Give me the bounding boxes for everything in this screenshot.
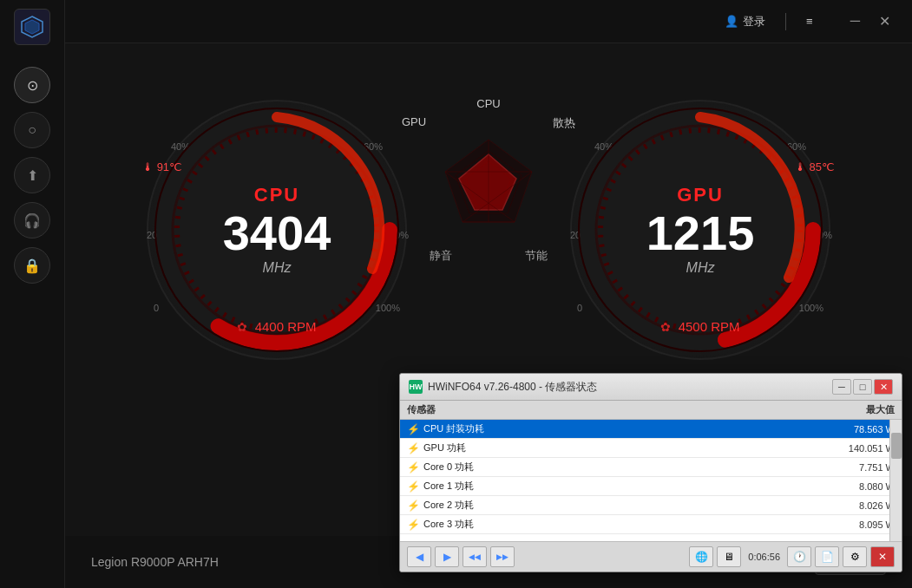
hwinfo-minimize-btn[interactable]: ─ [832,379,851,395]
hwinfo-table-row[interactable]: ⚡GPU 功耗140.051 W [400,439,902,458]
sidebar-item-security[interactable]: 🔒 [14,247,50,284]
row-sensor-name: Core 1 功耗 [423,480,808,493]
row-lightning-icon: ⚡ [407,423,419,435]
row-lightning-icon: ⚡ [407,500,419,512]
speedometer-icon: ⊙ [27,77,38,94]
gpu-label: GPU [646,184,755,206]
forward-icon: ▶ [443,551,451,563]
mode-labels: 静音 节能 [393,248,584,264]
cpu-label: CPU [223,184,331,206]
hwinfo-globe-btn[interactable]: 🌐 [689,546,713,567]
hwinfo-content: ⚡CPU 封装功耗78.563 W⚡GPU 功耗140.051 W⚡Core 0… [400,420,902,541]
sidebar-item-dashboard[interactable]: ⊙ [14,67,50,103]
gpu-temp-icon: 🌡 [795,160,806,173]
sidebar: ⊙ ○ ⬆ 🎧 🔒 [0,0,65,588]
login-button[interactable]: 👤 登录 [718,10,772,33]
row-max-value: 78.563 W [808,424,895,434]
lightning-icon: ⚡ [407,500,420,512]
hwinfo-skip-back-btn[interactable]: ◀◀ [463,546,487,567]
lock-icon: 🔒 [23,258,41,274]
gpu-temp: 🌡 85℃ [795,160,835,173]
titlebar-actions: 👤 登录 ≡ ─ ✕ [718,10,895,33]
hwinfo-table-row[interactable]: ⚡CPU 封装功耗78.563 W [400,420,902,439]
hwinfo-network-btn[interactable]: 🖥 [717,546,741,567]
hwinfo-settings-btn[interactable]: ⚙ [843,546,867,567]
row-max-value: 8.095 W [808,519,895,530]
row-sensor-name: Core 3 功耗 [423,518,808,531]
sidebar-item-monitor[interactable]: ○ [14,112,50,148]
row-lightning-icon: ⚡ [407,442,419,454]
upload-icon: ⬆ [27,167,38,184]
skip-back-icon: ◀◀ [469,552,481,561]
cpu-unit: MHz [223,260,331,276]
x-icon: ✕ [878,551,887,563]
hwinfo-scrollbar[interactable] [889,420,902,541]
hwinfo-scroll-thumb[interactable] [891,433,902,459]
hwinfo-column-headers: 传感器 最大值 [400,401,902,420]
cpu-gauge-center: CPU 3404 MHz [223,184,331,276]
cpu-gauge: 0 20% 40% 60% 80% 100% [138,91,416,369]
hwinfo-skip-forward-btn[interactable]: ▶▶ [490,546,515,567]
lightning-icon: ⚡ [407,442,420,454]
hwinfo-forward-btn[interactable]: ▶ [435,546,459,567]
lightning-icon: ⚡ [407,423,420,435]
app-logo [14,9,50,45]
hwinfo-clock-btn[interactable]: 🕐 [787,546,811,567]
center-cpu-label: CPU [476,97,500,110]
hwinfo-close-btn[interactable]: ✕ [874,379,893,395]
titlebar: 👤 登录 ≡ ─ ✕ [65,0,912,43]
hwinfo-log-btn[interactable]: 📄 [815,546,839,567]
row-sensor-name: Core 2 功耗 [423,499,808,512]
sidebar-item-upload[interactable]: ⬆ [14,157,50,193]
login-label: 登录 [743,14,765,29]
hwinfo-title-left: HW HWiNFO64 v7.26-4800 - 传感器状态 [409,380,597,395]
menu-button[interactable]: ≡ [799,11,820,31]
hwinfo-close-action-btn[interactable]: ✕ [870,546,895,567]
lightning-icon: ⚡ [407,480,420,493]
circle-icon: ○ [28,122,36,138]
hwinfo-window: HW HWiNFO64 v7.26-4800 - 传感器状态 ─ □ ✕ 传感器… [399,373,902,572]
row-max-value: 8.026 W [808,500,895,511]
gpu-value: 1215 [646,206,755,260]
minimize-button[interactable]: ─ [846,11,864,31]
headphone-icon: 🎧 [23,212,41,229]
cpu-rpm: ✿ 4400 RPM [138,319,416,334]
clock-icon: 🕐 [793,551,806,563]
globe-icon: 🌐 [695,551,708,563]
cpu-temp: 🌡 91℃ [142,160,182,173]
row-max-value: 140.051 W [808,443,895,454]
col-sensor-header: 传感器 [407,403,808,416]
pentagon-chart [436,135,541,231]
cpu-temp-icon: 🌡 [142,160,154,173]
row-sensor-name: Core 0 功耗 [423,461,808,474]
center-panel: CPU GPU 散热 [393,95,584,264]
lightning-icon: ⚡ [407,461,420,474]
hwinfo-table-row[interactable]: ⚡Core 1 功耗8.080 W [400,477,902,496]
gpu-gauge-center: GPU 1215 MHz [646,184,755,276]
sidebar-item-audio[interactable]: 🎧 [14,202,50,238]
gpu-unit: MHz [646,260,755,276]
col-max-header: 最大值 [808,403,895,416]
hwinfo-maximize-btn[interactable]: □ [853,379,872,395]
gpu-gauge: 0 20% 40% 60% 80% 100% 🌡 85℃ GPU [561,91,839,369]
mode-quiet[interactable]: 静音 [430,248,452,264]
svg-marker-1 [25,20,39,34]
hwinfo-win-btns: ─ □ ✕ [832,379,893,395]
close-button[interactable]: ✕ [875,11,895,31]
hwinfo-rows: ⚡CPU 封装功耗78.563 W⚡GPU 功耗140.051 W⚡Core 0… [400,420,902,534]
menu-icon: ≡ [806,15,813,28]
row-lightning-icon: ⚡ [407,519,419,531]
titlebar-divider [785,13,786,30]
gpu-rpm: ✿ 4500 RPM [561,319,839,334]
row-sensor-name: CPU 封装功耗 [423,422,808,435]
hwinfo-table-row[interactable]: ⚡Core 2 功耗8.026 W [400,496,902,515]
hwinfo-back-btn[interactable]: ◀ [407,546,431,567]
center-side-labels: GPU 散热 [393,115,584,131]
skip-forward-icon: ▶▶ [496,552,508,561]
row-lightning-icon: ⚡ [407,480,419,493]
row-lightning-icon: ⚡ [407,461,419,474]
gear-icon: ⚙ [850,551,860,563]
hwinfo-table-row[interactable]: ⚡Core 0 功耗7.751 W [400,458,902,477]
hwinfo-table-row[interactable]: ⚡Core 3 功耗8.095 W [400,515,902,534]
mode-energy[interactable]: 节能 [525,248,548,264]
